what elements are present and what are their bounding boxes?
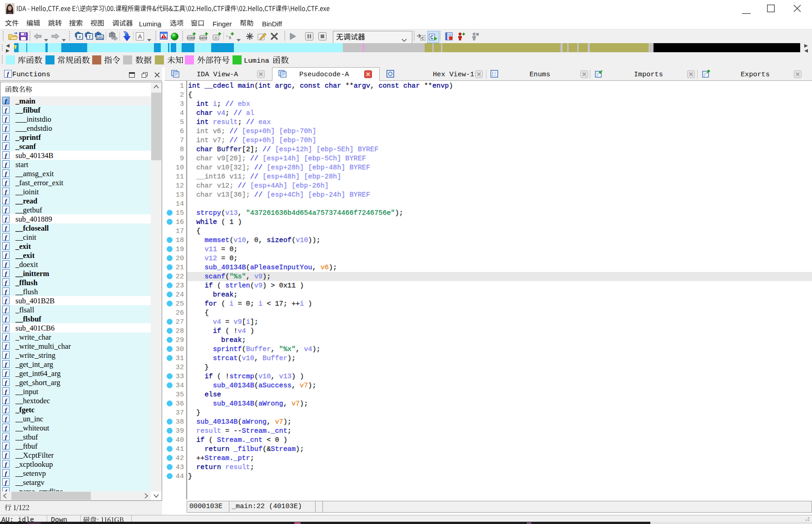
svg-text:A: A [138, 33, 142, 40]
svg-text:T: T [88, 35, 91, 39]
svg-text:C: C [430, 35, 433, 40]
svg-text:#: # [79, 35, 81, 39]
svg-text:101: 101 [97, 35, 103, 40]
svg-text:C: C [421, 36, 425, 40]
svg-text:A: A [214, 35, 217, 40]
svg-text:CODE: CODE [187, 36, 195, 40]
svg-text:DATA: DATA [199, 36, 207, 40]
svg-text:'s: 's [225, 35, 231, 40]
